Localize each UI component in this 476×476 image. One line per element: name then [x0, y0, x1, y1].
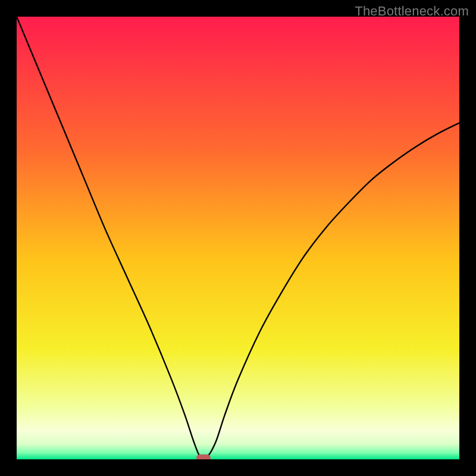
- chart-svg: [17, 17, 459, 459]
- chart-plot-area: [17, 17, 459, 459]
- gradient-background: [17, 17, 459, 459]
- chart-frame: TheBottleneck.com: [0, 0, 476, 476]
- optimal-marker: [196, 455, 211, 459]
- watermark-text: TheBottleneck.com: [355, 4, 469, 19]
